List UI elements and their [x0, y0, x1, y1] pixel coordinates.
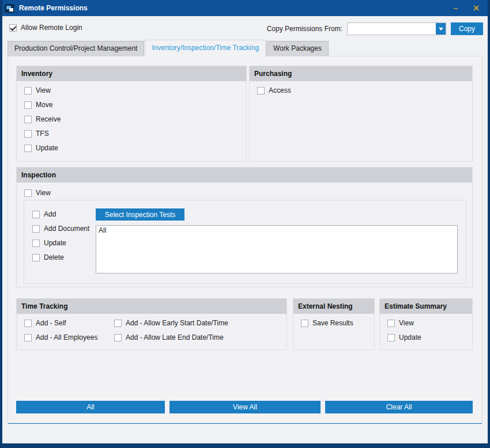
checkbox-box	[257, 87, 265, 94]
checkbox-box	[32, 211, 40, 218]
checkbox-label: Move	[36, 101, 52, 109]
checkbox-box	[24, 189, 32, 197]
window-title: Remote Permissions	[19, 4, 88, 12]
checkbox-estimate-view[interactable]: View	[387, 318, 472, 328]
allow-remote-login-label: Allow Remote Login	[21, 24, 82, 32]
copy-permissions-label: Copy Permissions From:	[267, 25, 342, 33]
external-nesting-header: External Nesting	[293, 299, 374, 314]
all-button[interactable]: All	[16, 401, 165, 413]
checkbox-box	[387, 320, 395, 327]
copy-permissions-combobox[interactable]	[347, 22, 446, 35]
checkbox-label: View	[399, 319, 414, 327]
inspection-header: Inspection	[17, 168, 472, 183]
checkbox-box	[24, 320, 32, 327]
select-inspection-tests-button[interactable]: Select Inspection Tests	[96, 208, 184, 221]
checkbox-inspection-add-document[interactable]: Add Document	[32, 224, 89, 233]
checkbox-label: Add	[44, 210, 56, 218]
checkbox-box	[114, 334, 122, 341]
tab-bar: Production Control/Project Management In…	[7, 40, 329, 56]
checkbox-label: Add - Allow Late End Date/Time	[126, 333, 224, 341]
checkbox-label: Access	[269, 86, 291, 94]
checkbox-box	[24, 87, 32, 94]
checkbox-box	[32, 240, 40, 247]
checkbox-inspection-add[interactable]: Add	[32, 210, 89, 219]
checkbox-box	[24, 334, 32, 341]
checkbox-label: View	[36, 189, 51, 197]
copy-permissions-input[interactable]	[348, 23, 436, 35]
time-tracking-section: Time Tracking Add - Self Add - All Emplo…	[16, 298, 287, 350]
external-nesting-section: External Nesting Save Results	[293, 298, 375, 350]
checkbox-inventory-move[interactable]: Move	[24, 100, 246, 109]
checkbox-inventory-update[interactable]: Update	[24, 143, 246, 153]
checkbox-label: Update	[44, 239, 66, 247]
checkbox-label: Receive	[36, 115, 61, 123]
checkbox-label: Save Results	[312, 319, 353, 327]
tab-production-control[interactable]: Production Control/Project Management	[7, 41, 144, 56]
minimize-icon[interactable]: –	[453, 4, 458, 12]
inventory-header: Inventory	[17, 66, 246, 81]
title-bar: Remote Permissions – ✕	[0, 0, 490, 16]
checkbox-box	[32, 225, 40, 233]
checkbox-label: Add - Self	[36, 319, 66, 327]
checkbox-add-all-employees[interactable]: Add - All Employees	[24, 333, 114, 342]
estimate-summary-section: Estimate Summary View Update	[379, 298, 473, 350]
checkbox-box	[24, 101, 32, 109]
checkbox-box	[301, 320, 308, 327]
checkbox-label: Add Document	[44, 225, 89, 233]
checkbox-inventory-view[interactable]: View	[24, 86, 246, 95]
time-tracking-header: Time Tracking	[17, 299, 287, 314]
checkbox-box	[114, 320, 122, 327]
checkbox-box	[9, 24, 17, 32]
checkbox-add-allow-late-end[interactable]: Add - Allow Late End Date/Time	[114, 333, 228, 342]
checkbox-box	[24, 116, 32, 123]
remote-permissions-dialog: Remote Permissions – ✕ Allow Remote Logi…	[0, 0, 490, 448]
tab-content-panel: Inventory View Move Receive TFS	[7, 56, 483, 423]
checkbox-add-self[interactable]: Add - Self	[24, 318, 114, 328]
view-all-button[interactable]: View All	[169, 401, 321, 413]
checkbox-label: TFS	[36, 130, 49, 138]
tab-work-packages[interactable]: Work Packages	[266, 41, 329, 56]
copy-button[interactable]: Copy	[451, 22, 483, 35]
checkbox-box	[24, 145, 32, 152]
checkbox-label: Add - Allow Early Start Date/Time	[126, 319, 228, 327]
purchasing-header: Purchasing	[250, 66, 472, 81]
inspection-tests-listbox[interactable]: All	[96, 225, 458, 274]
checkbox-box	[24, 130, 32, 138]
list-item[interactable]: All	[99, 226, 455, 235]
chevron-down-icon	[439, 28, 443, 31]
checkbox-label: Update	[36, 144, 58, 152]
combobox-dropdown-button[interactable]	[436, 23, 446, 35]
tab-inventory-inspection-time-tracking[interactable]: Inventory/Inspection/Time Tracking	[145, 40, 266, 56]
checkbox-label: Add - All Employees	[36, 333, 97, 341]
allow-remote-login-checkbox[interactable]: Allow Remote Login	[9, 23, 82, 32]
checkbox-inspection-update[interactable]: Update	[32, 238, 89, 248]
checkbox-inventory-tfs[interactable]: TFS	[24, 129, 246, 138]
checkbox-label: View	[36, 86, 51, 94]
checkbox-purchasing-access[interactable]: Access	[257, 86, 472, 95]
app-icon	[5, 4, 14, 13]
checkbox-label: Delete	[44, 253, 64, 261]
inventory-section: Inventory View Move Receive TFS	[16, 66, 247, 162]
estimate-summary-header: Estimate Summary	[380, 299, 472, 314]
clear-all-button[interactable]: Clear All	[325, 401, 473, 413]
inspection-sub-panel: Add Add Document Update Delete	[24, 200, 466, 284]
close-icon[interactable]: ✕	[473, 4, 480, 12]
checkbox-save-results[interactable]: Save Results	[301, 318, 374, 328]
checkbox-inspection-view[interactable]: View	[24, 188, 51, 198]
checkbox-box	[32, 254, 40, 261]
checkbox-label: Update	[399, 333, 421, 341]
inspection-section: Inspection View Add Add Document	[16, 167, 473, 287]
checkbox-add-allow-early-start[interactable]: Add - Allow Early Start Date/Time	[114, 318, 228, 328]
checkbox-estimate-update[interactable]: Update	[387, 333, 472, 342]
checkbox-inventory-receive[interactable]: Receive	[24, 115, 246, 124]
checkbox-inspection-delete[interactable]: Delete	[32, 253, 89, 262]
purchasing-section: Purchasing Access	[249, 66, 473, 162]
checkbox-box	[387, 334, 395, 341]
